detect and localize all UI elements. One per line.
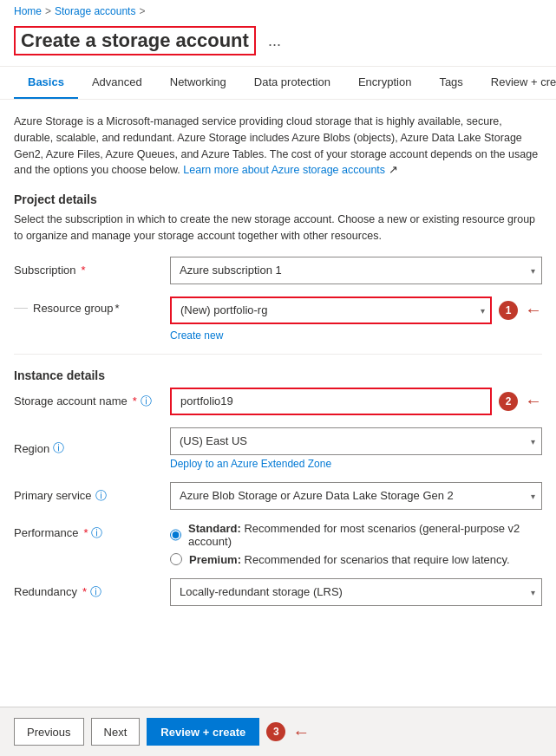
performance-premium-radio[interactable] <box>170 553 182 565</box>
previous-button[interactable]: Previous <box>14 718 84 746</box>
redundancy-control: Locally-redundant storage (LRS) ▾ <box>170 578 542 606</box>
redundancy-select[interactable]: Locally-redundant storage (LRS) <box>170 578 542 606</box>
footer: Previous Next Review + create 3 ← <box>0 707 556 756</box>
annotation-badge-2: 2 <box>499 392 518 411</box>
region-row: Region ⓘ (US) East US ▾ Deploy to an Azu… <box>14 427 542 470</box>
performance-label: Performance * ⓘ <box>14 522 170 541</box>
performance-control: Standard: Recommended for most scenarios… <box>170 522 542 566</box>
annotation-badge-3: 3 <box>266 722 285 741</box>
resource-group-label: Resource group <box>33 302 114 315</box>
primary-service-select[interactable]: Azure Blob Storage or Azure Data Lake St… <box>170 482 542 510</box>
annotation-arrow-2: ← <box>525 391 542 411</box>
resource-group-required: * <box>115 302 120 315</box>
annotation-badge-1: 1 <box>499 301 518 320</box>
tab-review-create[interactable]: Review + create <box>477 67 556 99</box>
tab-networking[interactable]: Networking <box>156 67 240 99</box>
resource-group-label-area: Resource group * <box>14 297 170 315</box>
storage-name-required: * <box>133 394 137 407</box>
project-details-desc: Select the subscription in which to crea… <box>14 212 542 244</box>
resource-group-row: Resource group * (New) portfolio-rg ▾ 1 … <box>14 297 542 342</box>
performance-info-icon[interactable]: ⓘ <box>91 525 102 541</box>
primary-service-row: Primary service ⓘ Azure Blob Storage or … <box>14 482 542 510</box>
subscription-row: Subscription * Azure subscription 1 ▾ <box>14 257 542 284</box>
create-new-link[interactable]: Create new <box>170 329 542 342</box>
redundancy-info-icon[interactable]: ⓘ <box>90 584 101 600</box>
main-content: Azure Storage is a Microsoft-managed ser… <box>0 100 556 632</box>
primary-service-info-icon[interactable]: ⓘ <box>95 488 107 504</box>
annotation-arrow-3: ← <box>292 722 310 742</box>
subscription-control: Azure subscription 1 ▾ <box>170 257 542 284</box>
performance-standard-label[interactable]: Standard: Recommended for most scenarios… <box>188 522 542 548</box>
performance-required: * <box>83 526 88 539</box>
performance-premium-option: Premium: Recommended for scenarios that … <box>170 553 542 566</box>
redundancy-row: Redundancy * ⓘ Locally-redundant storage… <box>14 578 542 606</box>
primary-service-label: Primary service ⓘ <box>14 488 170 504</box>
primary-service-control: Azure Blob Storage or Azure Data Lake St… <box>170 482 542 510</box>
performance-row: Performance * ⓘ Standard: Recommended fo… <box>14 522 542 566</box>
region-select[interactable]: (US) East US <box>170 427 542 455</box>
subscription-required: * <box>82 264 86 277</box>
resource-group-control: (New) portfolio-rg ▾ 1 ← Create new <box>170 297 542 342</box>
subscription-select[interactable]: Azure subscription 1 <box>170 257 542 284</box>
storage-name-info-icon[interactable]: ⓘ <box>141 394 152 409</box>
performance-radio-group: Standard: Recommended for most scenarios… <box>170 522 542 566</box>
primary-service-select-wrapper: Azure Blob Storage or Azure Data Lake St… <box>170 482 542 510</box>
resource-group-select-wrapper: (New) portfolio-rg ▾ <box>170 297 492 324</box>
next-button[interactable]: Next <box>91 718 141 746</box>
tab-advanced[interactable]: Advanced <box>78 67 156 99</box>
redundancy-select-wrapper: Locally-redundant storage (LRS) ▾ <box>170 578 542 606</box>
ellipsis-button[interactable]: ... <box>263 30 286 52</box>
region-info-icon[interactable]: ⓘ <box>53 440 64 456</box>
performance-standard-radio[interactable] <box>170 529 181 541</box>
tab-basics[interactable]: Basics <box>14 67 78 99</box>
tab-data-protection[interactable]: Data protection <box>240 67 344 99</box>
tab-encryption[interactable]: Encryption <box>344 67 425 99</box>
page-title-area: Create a storage account ... <box>0 23 556 67</box>
subscription-select-wrapper: Azure subscription 1 ▾ <box>170 257 542 284</box>
region-select-wrapper: (US) East US ▾ <box>170 427 542 455</box>
redundancy-required: * <box>82 585 87 598</box>
breadcrumb: Home > Storage accounts > <box>0 0 556 23</box>
redundancy-label: Redundancy * ⓘ <box>14 584 170 600</box>
learn-more-link[interactable]: Learn more about Azure storage accounts <box>183 164 385 176</box>
review-create-button[interactable]: Review + create <box>147 718 259 746</box>
tab-bar: Basics Advanced Networking Data protecti… <box>0 67 556 100</box>
section-divider-1 <box>14 354 542 355</box>
description-text: Azure Storage is a Microsoft-managed ser… <box>14 114 542 179</box>
storage-account-name-input[interactable] <box>170 388 492 415</box>
storage-account-name-label: Storage account name * ⓘ <box>14 394 170 409</box>
instance-details-title: Instance details <box>14 368 542 382</box>
subscription-label: Subscription * <box>14 264 170 277</box>
page-title: Create a storage account <box>14 26 256 55</box>
resource-group-select[interactable]: (New) portfolio-rg <box>170 297 492 324</box>
external-link-icon: ↗ <box>389 164 398 176</box>
performance-standard-option: Standard: Recommended for most scenarios… <box>170 522 542 548</box>
region-label: Region ⓘ <box>14 440 170 456</box>
performance-premium-label[interactable]: Premium: Recommended for scenarios that … <box>189 553 510 566</box>
breadcrumb-sep1: > <box>45 5 51 17</box>
azure-extended-zone-link[interactable]: Deploy to an Azure Extended Zone <box>170 458 542 470</box>
storage-account-name-control: 2 ← <box>170 388 542 415</box>
annotation-arrow-1: ← <box>525 300 542 320</box>
region-control: (US) East US ▾ Deploy to an Azure Extend… <box>170 427 542 470</box>
project-details-title: Project details <box>14 192 542 206</box>
breadcrumb-home[interactable]: Home <box>14 5 42 17</box>
tab-tags[interactable]: Tags <box>425 67 476 99</box>
storage-account-name-row: Storage account name * ⓘ 2 ← <box>14 388 542 415</box>
breadcrumb-storage-accounts[interactable]: Storage accounts <box>55 5 135 17</box>
breadcrumb-sep2: > <box>139 5 145 17</box>
